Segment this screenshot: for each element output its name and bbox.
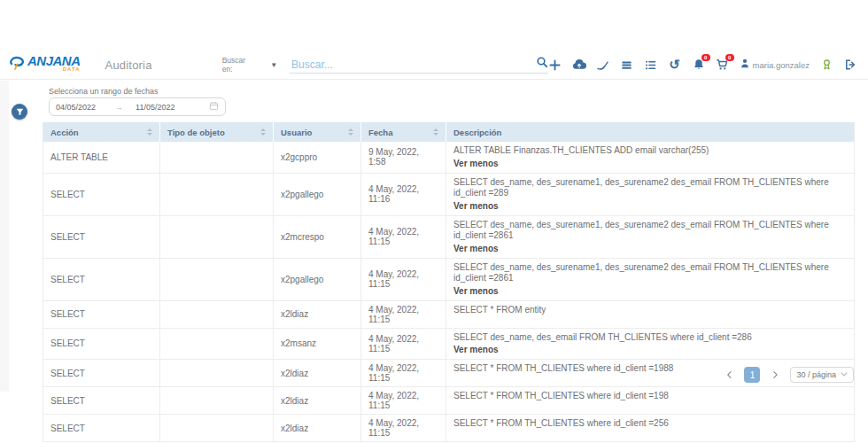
- object-type-cell: [160, 142, 274, 173]
- page-number-active[interactable]: 1: [744, 367, 760, 383]
- notifications-button[interactable]: 0: [692, 58, 706, 72]
- user-cell: x2pgallego: [274, 259, 361, 300]
- description-text: SELECT des_name, des_surename1, des_sure…: [453, 262, 847, 284]
- column-label: Descripción: [453, 128, 501, 137]
- column-header-accion[interactable]: Acción: [43, 122, 160, 142]
- action-cell: SELECT: [43, 329, 160, 360]
- action-cell: SELECT: [43, 216, 160, 258]
- date-cell: 9 May, 2022, 1:58: [361, 142, 446, 173]
- description-cell: SELECT * FROM TH_CLIENTES where id_clien…: [446, 415, 854, 441]
- pagination: 1 30 / página: [722, 367, 854, 383]
- date-cell: 4 May, 2022, 11:15: [361, 415, 446, 441]
- column-header-tipo-de-objeto[interactable]: Tipo de objeto: [160, 122, 274, 142]
- show-less-link[interactable]: Ver menos: [453, 158, 847, 169]
- action-cell: SELECT: [43, 360, 160, 386]
- sort-icon[interactable]: [433, 128, 438, 136]
- object-type-cell: [160, 301, 274, 328]
- page-size-select[interactable]: 30 / página: [790, 367, 854, 383]
- show-less-link[interactable]: Ver menos: [453, 200, 847, 212]
- object-type-cell: [160, 387, 274, 414]
- calendar-icon: [209, 101, 219, 113]
- rows-menu-button[interactable]: [620, 58, 634, 72]
- table-row: ALTER TABLEx2gcppro9 May, 2022, 1:58ALTE…: [43, 142, 854, 174]
- table-row: SELECTx2pgallego4 May, 2022, 11:15SELECT…: [43, 259, 854, 301]
- date-cell: 4 May, 2022, 11:15: [361, 329, 446, 360]
- chevron-down-icon: ▼: [270, 61, 277, 69]
- search-scope-label: Buscar en:: [222, 56, 245, 74]
- show-less-link[interactable]: Ver menos: [453, 344, 847, 355]
- description-text: SELECT des_name, des_surename1, des_sure…: [453, 220, 847, 242]
- action-cell: SELECT: [43, 387, 160, 414]
- description-cell: SELECT des_name, des_surename1, des_sure…: [446, 174, 854, 215]
- table-row: SELECTx2ldiaz4 May, 2022, 11:15SELECT * …: [43, 301, 854, 329]
- description-cell: SELECT des_name, des_surename1, des_sure…: [446, 216, 854, 258]
- date-range-label: Selecciona un rango de fechas: [49, 87, 159, 96]
- cart-badge: 0: [725, 54, 734, 61]
- date-range-picker[interactable]: 04/05/2022 → 11/05/2022: [49, 97, 226, 116]
- page-size-value: 30 / página: [796, 370, 836, 379]
- ribbon-badge-icon[interactable]: [819, 58, 833, 72]
- description-cell: SELECT des_name, des_email FROM TH_CLIEN…: [446, 329, 854, 360]
- action-cell: SELECT: [43, 259, 160, 300]
- table-row: SELECTx2ldiaz4 May, 2022, 11:15SELECT * …: [43, 387, 854, 415]
- app-logo[interactable]: ANJANA DATA: [9, 56, 81, 74]
- user-cell: x2msanz: [274, 329, 361, 360]
- column-header-usuario[interactable]: Usuario: [274, 122, 361, 142]
- logo-wordmark: ANJANA DATA: [27, 57, 81, 74]
- date-to-value[interactable]: 11/05/2022: [136, 103, 174, 112]
- app-window: ANJANA DATA Auditoria Buscar en: ▼: [0, 0, 868, 443]
- checklist-button[interactable]: [644, 58, 658, 72]
- column-header-fecha[interactable]: Fecha: [361, 122, 446, 142]
- description-text: SELECT * FROM TH_CLIENTES where id_clien…: [453, 418, 847, 430]
- search-icon[interactable]: [536, 56, 548, 72]
- date-cell: 4 May, 2022, 11:15: [361, 387, 446, 414]
- object-type-cell: [160, 174, 274, 215]
- show-less-link[interactable]: Ver menos: [453, 285, 847, 297]
- show-less-link[interactable]: Ver menos: [453, 243, 847, 254]
- sort-icon[interactable]: [348, 128, 353, 136]
- description-text: ALTER TABLE Finanzas.TH_CLIENTES ADD ema…: [453, 145, 847, 157]
- collapsed-sidebar: [0, 81, 9, 392]
- description-text: SELECT * FROM TH_CLIENTES where id_clien…: [453, 391, 847, 402]
- chevron-down-icon: [841, 372, 848, 377]
- search-scope-dropdown[interactable]: Buscar en: ▼: [222, 56, 277, 74]
- date-cell: 4 May, 2022, 11:15: [361, 259, 446, 300]
- object-type-cell: [160, 360, 274, 386]
- cart-button[interactable]: 0: [716, 58, 730, 72]
- username-label: maria.gonzalez: [753, 60, 810, 70]
- column-label: Usuario: [281, 128, 312, 137]
- filter-button[interactable]: [12, 104, 27, 120]
- description-cell: SELECT * FROM entity: [446, 301, 854, 328]
- action-cell: ALTER TABLE: [43, 142, 160, 173]
- description-cell: ALTER TABLE Finanzas.TH_CLIENTES ADD ema…: [446, 142, 854, 173]
- column-label: Acción: [50, 128, 79, 137]
- user-cell: x2ldiaz: [274, 387, 361, 414]
- table-row: SELECTx2ldiaz4 May, 2022, 11:15SELECT * …: [43, 415, 854, 442]
- date-from-value[interactable]: 04/05/2022: [56, 103, 96, 112]
- table-row: SELECTx2pgallego4 May, 2022, 11:16SELECT…: [43, 174, 854, 216]
- sort-icon[interactable]: [147, 128, 152, 136]
- table-header-row: AcciónTipo de objetoUsuarioFechaDescripc…: [43, 122, 854, 142]
- toolbar-actions: ↺ 0 0: [548, 57, 857, 73]
- notifications-badge: 0: [701, 54, 710, 61]
- cloud-upload-button[interactable]: [572, 58, 586, 72]
- sort-icon[interactable]: [260, 128, 266, 136]
- description-cell: SELECT * FROM TH_CLIENTES where id_clien…: [446, 387, 854, 414]
- user-cell: x2ldiaz: [274, 301, 361, 328]
- logo-swirl-icon: [9, 56, 25, 74]
- next-page-button[interactable]: [768, 368, 782, 382]
- page-title: Auditoria: [105, 58, 182, 72]
- column-header-descripcion: Descripción: [446, 122, 854, 142]
- signature-button[interactable]: [596, 58, 610, 72]
- logout-button[interactable]: [843, 58, 857, 72]
- add-button[interactable]: [548, 58, 562, 72]
- search-input[interactable]: [290, 58, 535, 72]
- logo-subtext: DATA: [63, 65, 81, 74]
- user-cell: x2ldiaz: [274, 415, 361, 441]
- history-button[interactable]: ↺: [668, 58, 682, 72]
- object-type-cell: [160, 415, 274, 441]
- user-icon: [740, 57, 750, 73]
- audit-table: AcciónTipo de objetoUsuarioFechaDescripc…: [43, 122, 855, 442]
- user-menu[interactable]: maria.gonzalez: [740, 57, 810, 73]
- previous-page-button[interactable]: [722, 368, 736, 382]
